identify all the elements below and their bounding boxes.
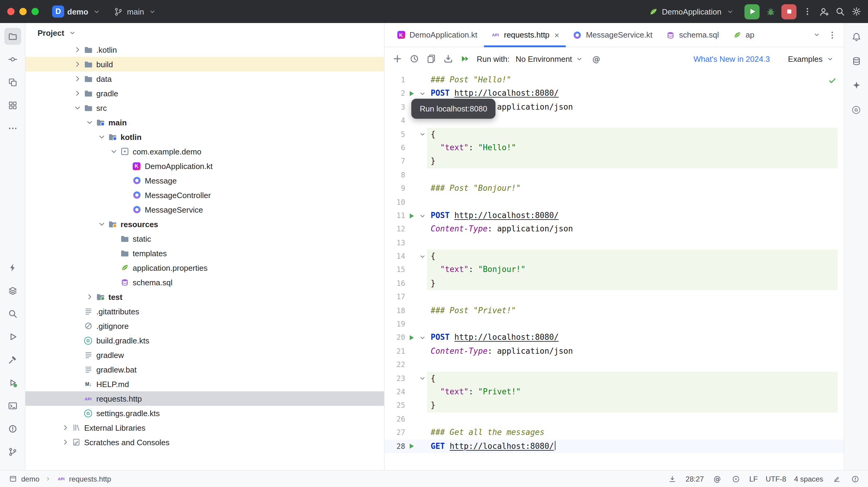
fold-icon[interactable] [417, 127, 427, 141]
code-line-12[interactable]: 12Content-Type: application/json [384, 222, 844, 236]
code-line-5[interactable]: 5{ [384, 127, 844, 141]
build-tool-icon[interactable] [4, 351, 21, 368]
search-tool-icon[interactable] [4, 305, 21, 322]
chevron-closed-icon[interactable] [73, 59, 82, 69]
tree-item-src[interactable]: src [26, 100, 384, 115]
debug-tool-icon[interactable] [4, 374, 21, 391]
git-tool-icon[interactable] [4, 444, 21, 460]
code-line-21[interactable]: 21Content-Type: application/json [384, 345, 844, 358]
dependencies-tool-icon[interactable] [4, 97, 21, 114]
status-indent[interactable]: 4 spaces [794, 475, 823, 483]
code-line-28[interactable]: 28GET http://localhost:8080/ [384, 439, 844, 453]
chevron-open-icon[interactable] [85, 118, 94, 127]
more-actions-icon[interactable] [802, 6, 813, 17]
gradle-icon[interactable]: G [851, 104, 862, 115]
endpoints-tool-icon[interactable] [4, 259, 21, 276]
run-tool-icon[interactable] [4, 328, 21, 345]
tree-item-build-gradle-kts[interactable]: Gbuild.gradle.kts [26, 333, 384, 348]
services-tool-icon[interactable] [4, 282, 21, 299]
code-line-11[interactable]: 11POST http://localhost:8080/ [384, 209, 844, 222]
status-download-icon[interactable] [667, 474, 678, 484]
macos-close-button[interactable] [7, 8, 14, 15]
tree-item-static[interactable]: static [26, 232, 384, 246]
tree-item-main[interactable]: main [26, 115, 384, 130]
code-line-19[interactable]: 19 [384, 317, 844, 331]
chevron-closed-icon[interactable] [73, 88, 82, 98]
tree-item-kotlin[interactable]: kotlin [26, 130, 384, 144]
tree-item-resources[interactable]: resources [26, 217, 384, 232]
copy-icon[interactable] [426, 53, 437, 64]
fold-icon[interactable] [417, 209, 427, 222]
tree-item-gitattributes[interactable]: .gitattributes [26, 304, 384, 318]
run-button[interactable] [744, 4, 760, 19]
code-line-13[interactable]: 13 [384, 236, 844, 249]
chevron-open-icon[interactable] [109, 147, 119, 156]
status-problems-icon[interactable] [850, 474, 861, 484]
close-tab-icon[interactable]: × [554, 31, 559, 39]
fold-icon[interactable] [417, 249, 427, 263]
chevron-closed-icon[interactable] [73, 74, 82, 84]
breadcrumb-file[interactable]: requests.http [69, 475, 111, 483]
tree-item-com-example-demo[interactable]: com.example.demo [26, 144, 384, 159]
status-annotations-icon[interactable]: @ [712, 474, 723, 484]
code-line-27[interactable]: 27### Get all the messages [384, 426, 844, 439]
tree-item-scratches-and-consoles[interactable]: Scratches and Consoles [26, 435, 384, 450]
tree-item-gradlew-bat[interactable]: gradlew.bat [26, 362, 384, 377]
status-caret-position[interactable]: 28:27 [686, 475, 704, 483]
environment-variables-icon[interactable]: @ [591, 53, 602, 64]
tree-item-kotlin[interactable]: .kotlin [26, 42, 384, 57]
code-line-1[interactable]: 1### Post "Hello!" [384, 73, 844, 87]
run-request-gutter-icon[interactable] [405, 439, 417, 453]
tree-item-help-md[interactable]: M↓HELP.md [26, 377, 384, 391]
tab-requests-http[interactable]: APIrequests.http× [484, 23, 566, 47]
code-line-17[interactable]: 17 [384, 291, 844, 304]
code-line-24[interactable]: 24 "text": "Privet!" [384, 385, 844, 399]
code-line-8[interactable]: 8 [384, 168, 844, 182]
tree-item-demoapplication-kt[interactable]: KDemoApplication.kt [26, 159, 384, 173]
environment-select[interactable]: No Environment [516, 53, 585, 64]
tree-item-settings-gradle-kts[interactable]: Gsettings.gradle.kts [26, 406, 384, 420]
code-line-6[interactable]: 6 "text": "Hello!" [384, 141, 844, 155]
chevron-closed-icon[interactable] [73, 45, 82, 55]
hidden-tabs-icon[interactable] [811, 29, 822, 40]
code-with-me-icon[interactable] [818, 6, 829, 17]
search-everywhere-icon[interactable] [835, 6, 845, 17]
code-line-7[interactable]: 7} [384, 155, 844, 169]
problems-tool-icon[interactable] [4, 420, 21, 437]
commit-tool-icon[interactable] [4, 51, 21, 68]
project-widget[interactable]: D demo [49, 4, 106, 20]
tab-ap[interactable]: ap [726, 23, 756, 47]
status-line-separator[interactable]: LF [749, 475, 758, 483]
chevron-open-icon[interactable] [73, 103, 82, 113]
vcs-branch-widget[interactable]: main [109, 4, 161, 19]
fold-icon[interactable] [417, 87, 427, 100]
chevron-closed-icon[interactable] [85, 292, 94, 302]
status-file-encoding[interactable]: UTF-8 [766, 475, 786, 483]
settings-icon[interactable] [851, 6, 862, 17]
status-highlighting-level-icon[interactable] [731, 474, 741, 484]
tree-item-templates[interactable]: templates [26, 246, 384, 261]
tree-item-test[interactable]: test [26, 290, 384, 304]
chevron-closed-icon[interactable] [61, 437, 70, 447]
code-line-22[interactable]: 22 [384, 358, 844, 372]
code-line-2[interactable]: 2POST http://localhost:8080/ [384, 87, 844, 100]
tree-item-messageservice[interactable]: MessageService [26, 202, 384, 217]
code-line-20[interactable]: 20POST http://localhost:8080/ [384, 331, 844, 345]
notifications-icon[interactable] [851, 31, 862, 42]
status-write-access-icon[interactable] [831, 474, 842, 484]
code-line-9[interactable]: 9### Post "Bonjour!" [384, 182, 844, 195]
tab-demoapplication-kt[interactable]: KDemoApplication.kt [390, 23, 484, 47]
tree-item-gradle[interactable]: gradle [26, 86, 384, 100]
project-tool-icon[interactable] [4, 28, 21, 45]
tree-item-messagecontroller[interactable]: MessageController [26, 188, 384, 202]
chevron-closed-icon[interactable] [61, 423, 70, 432]
debug-button[interactable] [765, 6, 776, 17]
breadcrumb-project[interactable]: demo [21, 475, 39, 483]
tab-messageservice-kt[interactable]: MessageService.kt [566, 23, 659, 47]
inspections-ok-icon[interactable] [827, 75, 838, 86]
macos-zoom-button[interactable] [31, 8, 39, 15]
code-line-26[interactable]: 26 [384, 413, 844, 426]
terminal-tool-icon[interactable] [4, 397, 21, 414]
code-line-14[interactable]: 14{ [384, 249, 844, 263]
add-icon[interactable] [392, 53, 403, 64]
